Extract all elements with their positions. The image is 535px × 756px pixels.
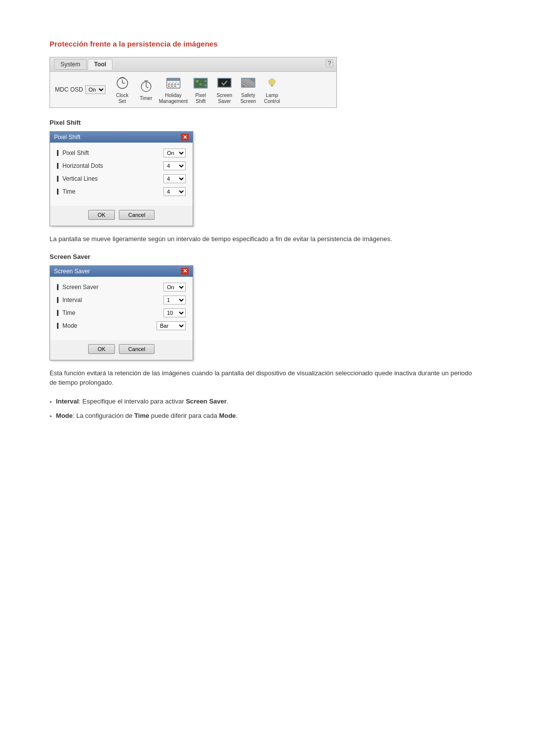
mdc-osd-control: MDC OSD On Off [55,85,106,94]
pixel-shift-section: Pixel Shift Pixel Shift ✕ Pixel Shift On… [50,119,485,244]
screen-saver-row-0: Screen Saver On Off [57,283,186,292]
mdc-osd-label: MDC OSD [55,86,83,93]
page-title: Protección frente a la persistencia de i… [50,40,485,48]
bullet-dot-2: ● [50,413,52,419]
screen-saver-label: ScreenSaver [216,93,232,104]
mode-sep: : La configuración de [73,412,134,419]
svg-rect-20 [174,86,176,87]
mode-middle: puede diferir para cada [149,412,219,419]
pixel-shift-select-1[interactable]: 12345 [163,161,186,170]
timer-icon [137,78,156,95]
pixel-shift-ok-button[interactable]: OK [88,210,115,220]
pixel-shift-label-1: Horizontal Dots [57,162,163,169]
screen-saver-title: Screen Saver [54,268,90,275]
svg-rect-15 [168,84,169,85]
pixel-shift-titlebar: Pixel Shift ✕ [50,132,193,143]
pixel-shift-row-0: Pixel Shift On Off [57,149,186,157]
bullet-item-interval: ● Interval: Especifique el intervalo par… [50,397,476,406]
screen-saver-body: Screen Saver On Off Interval 12345 [50,277,193,340]
toolbar: System Tool ? MDC OSD On Off ClockSet [50,57,337,108]
pixel-shift-label-0: Pixel Shift [57,150,163,156]
pixel-shift-icon [191,75,210,92]
toolbar-item-pixel-shift[interactable]: PixelShift [190,75,212,104]
pixel-shift-row-2: Vertical Lines 12345 [57,174,186,183]
screen-saver-label-2: Time [57,309,163,316]
pixel-shift-label-2: Vertical Lines [57,175,163,182]
tab-system[interactable]: System [54,59,87,70]
svg-rect-40 [270,85,273,86]
interval-suffix: . [227,398,229,405]
screen-saver-label-1: Interval [57,297,163,303]
pixel-shift-control-2: 12345 [163,174,186,183]
pixel-shift-close-button[interactable]: ✕ [181,134,189,141]
screen-saver-row-1: Interval 12345 [57,296,186,304]
screen-saver-header: Screen Saver [50,253,485,260]
svg-rect-21 [177,84,179,85]
screen-saver-ok-button[interactable]: OK [88,344,115,354]
timer-label: Timer [140,96,152,101]
svg-rect-25 [199,80,202,82]
toolbar-item-lamp-control[interactable]: LampControl [261,75,283,104]
toolbar-item-holiday-management[interactable]: HolidayManagement [159,75,188,104]
interval-bold: Interval [56,398,79,405]
screen-saver-select-3[interactable]: BarEraserPixel [157,321,186,330]
screen-saver-control-1: 12345 [163,296,186,304]
holiday-management-icon [164,75,183,92]
pixel-shift-select-0[interactable]: On Off [163,149,186,157]
toolbar-tabs: System Tool ? [50,57,336,72]
pixel-shift-footer: OK Cancel [50,206,193,226]
bullet-mode-text: Mode: La configuración de Time puede dif… [56,411,238,421]
screen-saver-dialog: Screen Saver ✕ Screen Saver On Off [50,265,193,360]
pixel-shift-header: Pixel Shift [50,119,485,126]
pixel-shift-dialog: Pixel Shift ✕ Pixel Shift On Off [50,131,193,226]
bullet-list: ● Interval: Especifique el intervalo par… [50,397,485,421]
lamp-control-label: LampControl [264,93,280,104]
svg-rect-17 [171,84,172,85]
pixel-shift-label: PixelShift [195,93,206,104]
safety-screen-label: SafetyScreen [240,93,256,104]
screen-saver-select-1[interactable]: 12345 [163,296,186,304]
question-icon[interactable]: ? [325,59,333,67]
pixel-shift-label-3: Time [57,188,163,195]
screen-saver-description: Esta función evitará la retención de las… [50,368,476,388]
screen-saver-select-2[interactable]: 15101520 [163,308,186,317]
clock-set-icon [113,75,132,92]
mode-bold: Mode [56,412,73,419]
screen-saver-footer: OK Cancel [50,340,193,360]
screen-saver-icon [215,75,234,92]
screen-saver-titlebar: Screen Saver ✕ [50,266,193,277]
screen-saver-control-3: BarEraserPixel [157,321,186,330]
svg-rect-24 [196,80,198,82]
toolbar-item-screen-saver[interactable]: ScreenSaver [214,75,235,104]
screen-saver-select-0[interactable]: On Off [163,283,186,292]
bullet-dot-1: ● [50,399,52,405]
tab-tool[interactable]: Tool [88,59,112,70]
svg-rect-9 [166,78,180,81]
pixel-shift-select-2[interactable]: 12345 [163,174,186,183]
svg-rect-16 [168,86,169,87]
pixel-shift-select-3[interactable]: 12345 [163,187,186,196]
screen-saver-close-button[interactable]: ✕ [181,268,189,275]
svg-rect-26 [196,83,198,85]
toolbar-item-clock-set[interactable]: ClockSet [111,75,133,104]
holiday-management-label: HolidayManagement [159,93,188,104]
lamp-control-icon [263,75,281,92]
svg-rect-18 [171,86,172,87]
pixel-shift-row-1: Horizontal Dots 12345 [57,161,186,170]
pixel-shift-control-1: 12345 [163,161,186,170]
time-bold: Time [134,412,149,419]
pixel-shift-cancel-button[interactable]: Cancel [119,210,155,220]
screen-saver-bold: Screen Saver [186,398,226,405]
screen-saver-row-3: Mode BarEraserPixel [57,321,186,330]
toolbar-item-timer[interactable]: Timer [135,78,157,101]
screen-saver-cancel-button[interactable]: Cancel [119,344,155,354]
toolbar-item-safety-screen[interactable]: SafetyScreen [237,75,259,104]
screen-saver-label-0: Screen Saver [57,284,163,291]
mode-bold2: Mode [219,412,236,419]
interval-sep: : Especifique el intervalo para activar [79,398,186,405]
mdc-osd-select[interactable]: On Off [85,85,106,94]
svg-point-39 [269,79,275,85]
pixel-shift-title: Pixel Shift [54,134,80,141]
safety-screen-icon [239,75,258,92]
screen-saver-control-0: On Off [163,283,186,292]
